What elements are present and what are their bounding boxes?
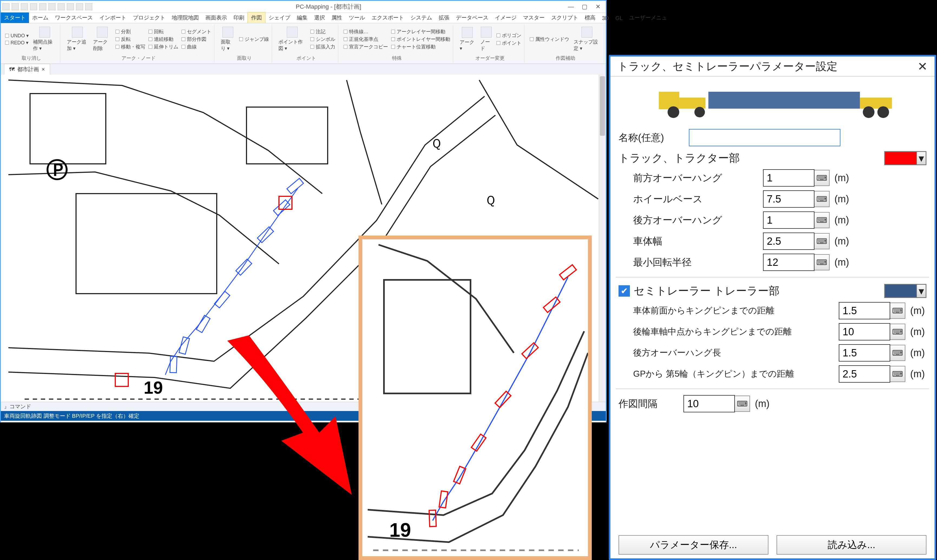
- param-input[interactable]: [839, 323, 890, 340]
- ribbon-tab[interactable]: ツール: [345, 12, 368, 23]
- param-input[interactable]: [763, 232, 814, 250]
- ribbon-tab[interactable]: プロジェクト: [129, 12, 169, 23]
- ribbon-item[interactable]: セグメント: [182, 28, 211, 35]
- ribbon-item[interactable]: 連続移動: [148, 36, 178, 43]
- qat-icon[interactable]: [85, 3, 92, 10]
- ribbon-item[interactable]: ポイント: [496, 40, 521, 46]
- ribbon-tab[interactable]: スクリプト: [548, 12, 581, 23]
- dialog-close-button[interactable]: ✕: [917, 60, 928, 73]
- param-input[interactable]: [839, 344, 890, 362]
- ribbon-item[interactable]: ジャンプ線: [239, 36, 269, 43]
- qat-icon[interactable]: [48, 3, 55, 10]
- trailer-checkbox[interactable]: ✔: [618, 285, 630, 297]
- close-icon[interactable]: ×: [42, 66, 45, 72]
- close-button[interactable]: ✕: [592, 3, 604, 11]
- ribbon-tab[interactable]: 選択: [311, 12, 328, 23]
- ribbon-tab[interactable]: シェイプ: [265, 12, 294, 23]
- ribbon-item[interactable]: 拡張入力: [310, 43, 335, 50]
- ribbon-tab[interactable]: システム: [407, 12, 435, 23]
- calculator-icon[interactable]: ⌨: [890, 366, 905, 382]
- qat-icon[interactable]: [2, 3, 9, 10]
- ribbon-tab[interactable]: 画面表示: [202, 12, 230, 23]
- interval-input[interactable]: [683, 395, 735, 412]
- ribbon-item[interactable]: 注記: [310, 28, 335, 35]
- qat-icon[interactable]: [30, 3, 37, 10]
- ribbon-button[interactable]: ポイント作図 ▾: [277, 26, 307, 53]
- ribbon-button[interactable]: アーク追加 ▾: [66, 26, 89, 53]
- load-parameters-button[interactable]: 読み込み...: [777, 535, 926, 555]
- qat-icon[interactable]: [76, 3, 83, 10]
- ribbon-tab[interactable]: 標高: [581, 12, 599, 23]
- param-input[interactable]: [763, 190, 814, 208]
- ribbon-item[interactable]: アークレイヤー間移動: [391, 28, 450, 35]
- vertical-scrollbar[interactable]: [599, 75, 606, 402]
- qat-icon[interactable]: [12, 3, 18, 10]
- trailer-color-picker[interactable]: ▾: [884, 284, 926, 298]
- ribbon-tab[interactable]: 3D: [599, 14, 612, 23]
- truck-color-picker[interactable]: ▾: [884, 151, 926, 165]
- ribbon-tab[interactable]: ユーザーメニュ: [626, 12, 670, 23]
- ribbon-item[interactable]: 反転: [116, 36, 145, 43]
- ribbon-item[interactable]: 分割: [116, 28, 145, 35]
- ribbon-tab[interactable]: 地理院地図: [169, 12, 202, 23]
- ribbon-tab[interactable]: 拡張: [435, 12, 453, 23]
- ribbon-item[interactable]: 曲線: [182, 43, 211, 50]
- qat-icon[interactable]: [21, 3, 28, 10]
- ribbon-item[interactable]: シンボル: [310, 36, 335, 43]
- calculator-icon[interactable]: ⌨: [814, 233, 829, 249]
- scrollbar-thumb[interactable]: [600, 76, 605, 136]
- param-input[interactable]: [763, 169, 814, 186]
- ribbon-tab[interactable]: 印刷: [230, 12, 248, 23]
- calculator-icon[interactable]: ⌨: [814, 191, 829, 207]
- ribbon-button[interactable]: アーク ▾: [459, 26, 476, 52]
- ribbon-tab[interactable]: エクスポート: [368, 12, 407, 23]
- calculator-icon[interactable]: ⌨: [890, 303, 905, 319]
- ribbon-tab[interactable]: マスター: [520, 12, 548, 23]
- ribbon-button[interactable]: ノード: [479, 26, 493, 53]
- qat-icon[interactable]: [58, 3, 65, 10]
- ribbon-tab[interactable]: 属性: [328, 12, 345, 23]
- ribbon-item[interactable]: UNDO ▾: [5, 33, 29, 38]
- minimize-button[interactable]: —: [565, 3, 577, 11]
- ribbon-item[interactable]: 部分作図: [182, 36, 211, 43]
- ribbon-button[interactable]: 面取り ▾: [220, 26, 236, 53]
- ribbon-item[interactable]: 延伸トリム: [148, 43, 178, 50]
- calculator-icon[interactable]: ⌨: [890, 345, 905, 361]
- qat-icon[interactable]: [39, 3, 46, 10]
- ribbon-item[interactable]: REDO ▾: [5, 40, 29, 46]
- ribbon-tab[interactable]: GL: [612, 14, 626, 23]
- ribbon-tab[interactable]: ワークスペース: [52, 12, 96, 23]
- name-input[interactable]: [689, 129, 840, 146]
- ribbon-item[interactable]: ポイントレイヤー間移動: [391, 36, 450, 43]
- save-parameters-button[interactable]: パラメーター保存...: [618, 535, 768, 555]
- ribbon-tab[interactable]: イメージ: [492, 12, 520, 23]
- param-input[interactable]: [763, 211, 814, 229]
- ribbon-tab-start[interactable]: スタート: [1, 12, 29, 23]
- ribbon-item[interactable]: 宣言アークコピー: [344, 43, 388, 50]
- ribbon-item[interactable]: 移動・複写: [116, 43, 145, 50]
- ribbon-tab[interactable]: インポート: [96, 12, 129, 23]
- ribbon-item[interactable]: 特殊線…: [344, 28, 388, 35]
- ribbon-item[interactable]: 属性ウィンドウ: [530, 36, 569, 43]
- ribbon-item[interactable]: ポリゴン: [496, 32, 521, 38]
- ribbon-item[interactable]: 回転: [148, 28, 178, 35]
- ribbon-tab[interactable]: ホーム: [29, 12, 52, 23]
- ribbon-tab[interactable]: データベース: [453, 12, 492, 23]
- ribbon-button[interactable]: スナップ設定 ▾: [573, 26, 601, 53]
- param-input[interactable]: [763, 254, 814, 271]
- ribbon-button[interactable]: 補間点操作 ▾: [32, 26, 57, 53]
- ribbon-tab[interactable]: 編集: [294, 12, 311, 23]
- calculator-icon[interactable]: ⌨: [890, 324, 905, 340]
- ribbon-tab-active[interactable]: 作図: [248, 12, 265, 23]
- ribbon-item[interactable]: 正規化基準点: [344, 36, 388, 43]
- maximize-button[interactable]: ▢: [578, 3, 591, 11]
- ribbon-button[interactable]: アーク削除: [92, 26, 112, 53]
- param-input[interactable]: [839, 365, 890, 383]
- calculator-icon[interactable]: ⌨: [735, 395, 750, 412]
- calculator-icon[interactable]: ⌨: [814, 170, 829, 186]
- param-input[interactable]: [839, 302, 890, 319]
- calculator-icon[interactable]: ⌨: [814, 212, 829, 228]
- ribbon-item[interactable]: チャート位置移動: [391, 43, 450, 50]
- calculator-icon[interactable]: ⌨: [814, 254, 829, 271]
- qat-icon[interactable]: [67, 3, 74, 10]
